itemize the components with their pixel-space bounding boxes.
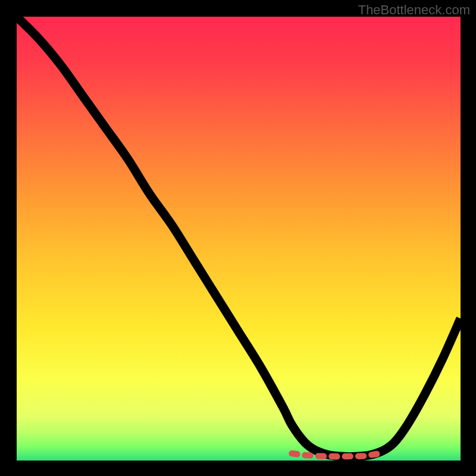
plot-area xyxy=(17,17,461,461)
watermark-text: TheBottleneck.com xyxy=(358,2,470,18)
plot-lines xyxy=(17,17,461,461)
bottleneck-curve xyxy=(17,17,461,456)
